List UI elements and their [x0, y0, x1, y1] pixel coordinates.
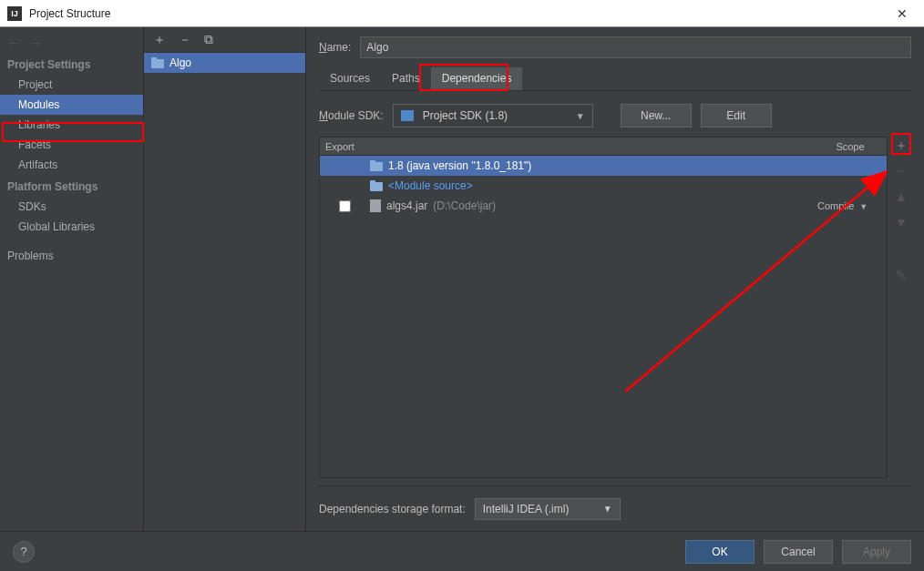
sidebar-item-facets[interactable]: Facets: [0, 135, 143, 155]
module-sdk-label: Module SDK:: [319, 109, 384, 122]
module-item-label: Algo: [169, 56, 191, 69]
module-list: ＋ － ⧉ Algo: [144, 27, 306, 531]
apply-button[interactable]: Apply: [842, 540, 911, 564]
edit-button[interactable]: Edit: [701, 104, 772, 127]
app-icon: IJ: [7, 6, 22, 21]
sidebar-item-modules[interactable]: Modules: [0, 95, 143, 115]
deps-side-toolbar: ＋ － ▲ ▼ ✎: [891, 137, 911, 478]
module-sdk-value: Project SDK (1.8): [423, 109, 508, 122]
dep-name: <Module source>: [388, 179, 473, 192]
move-down-icon[interactable]: ▼: [892, 213, 910, 231]
dep-scope-select[interactable]: Compile▼: [814, 200, 887, 211]
remove-module-icon[interactable]: －: [179, 32, 191, 48]
name-label: Name:: [319, 41, 351, 54]
sidebar-item-libraries[interactable]: Libraries: [0, 115, 143, 135]
dep-path: (D:\Code\jar): [433, 199, 496, 212]
tab-paths[interactable]: Paths: [381, 67, 431, 90]
folder-icon: [370, 160, 383, 171]
add-dependency-icon[interactable]: ＋: [892, 137, 910, 155]
dep-row-module-source[interactable]: <Module source>: [320, 176, 887, 196]
dependencies-table: Export Scope 1.8 (java version "1.8.0_18…: [319, 137, 888, 478]
sidebar-item-sdks[interactable]: SDKs: [0, 197, 143, 217]
storage-value: IntelliJ IDEA (.iml): [483, 503, 570, 515]
module-panel: Name: Sources Paths Dependencies Module …: [306, 27, 924, 531]
col-export: Export: [320, 138, 370, 155]
section-platform-settings: Platform Settings: [0, 175, 143, 197]
sidebar: ← → Project Settings Project Modules Lib…: [0, 27, 144, 531]
close-icon[interactable]: ✕: [888, 6, 917, 21]
jar-icon: [370, 199, 381, 212]
sidebar-item-project[interactable]: Project: [0, 75, 143, 95]
nav-forward-icon[interactable]: →: [29, 36, 42, 50]
footer: ? OK Cancel Apply: [0, 531, 924, 571]
titlebar: IJ Project Structure ✕: [0, 0, 924, 27]
dep-row-jar[interactable]: algs4.jar (D:\Code\jar) Compile▼: [320, 196, 887, 216]
copy-module-icon[interactable]: ⧉: [204, 32, 213, 47]
tab-sources[interactable]: Sources: [319, 67, 381, 90]
folder-icon: [370, 180, 383, 191]
module-sdk-select[interactable]: Project SDK (1.8) ▼: [393, 104, 593, 127]
sidebar-item-global-libraries[interactable]: Global Libraries: [0, 217, 143, 237]
sdk-icon: [401, 110, 414, 121]
window-title: Project Structure: [29, 7, 888, 20]
col-scope: Scope: [814, 138, 887, 155]
folder-icon: [151, 57, 164, 68]
remove-dependency-icon[interactable]: －: [892, 162, 910, 180]
ok-button[interactable]: OK: [685, 540, 755, 564]
dep-name: algs4.jar: [386, 199, 427, 212]
move-up-icon[interactable]: ▲: [892, 188, 910, 206]
module-item-algo[interactable]: Algo: [144, 53, 305, 73]
help-button[interactable]: ?: [13, 541, 35, 563]
chevron-down-icon: ▼: [603, 504, 612, 514]
section-project-settings: Project Settings: [0, 53, 143, 75]
cancel-button[interactable]: Cancel: [764, 540, 833, 564]
sidebar-item-artifacts[interactable]: Artifacts: [0, 155, 143, 175]
storage-label: Dependencies storage format:: [319, 503, 466, 515]
tabs: Sources Paths Dependencies: [319, 67, 911, 91]
new-button[interactable]: New...: [621, 104, 692, 127]
chevron-down-icon: ▼: [576, 111, 585, 121]
storage-format-select[interactable]: IntelliJ IDEA (.iml) ▼: [475, 498, 621, 520]
tab-dependencies[interactable]: Dependencies: [431, 67, 523, 90]
nav-back-icon[interactable]: ←: [7, 36, 20, 50]
dep-row-sdk[interactable]: 1.8 (java version "1.8.0_181"): [320, 156, 887, 176]
sidebar-item-problems[interactable]: Problems: [0, 246, 143, 266]
module-name-input[interactable]: [360, 36, 911, 58]
dep-export-checkbox[interactable]: [339, 200, 351, 212]
dep-name: 1.8 (java version "1.8.0_181"): [388, 159, 531, 172]
add-module-icon[interactable]: ＋: [153, 32, 166, 48]
edit-dependency-icon[interactable]: ✎: [892, 266, 910, 284]
